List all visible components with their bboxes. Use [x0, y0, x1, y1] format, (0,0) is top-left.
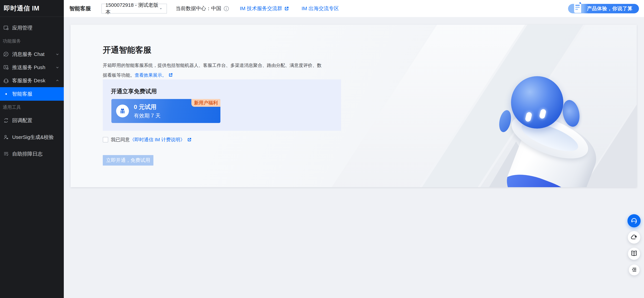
external-link-icon	[187, 137, 192, 142]
sidebar-item-label: 智能客服	[12, 90, 32, 98]
sidebar-section-tools: 通用工具	[0, 101, 64, 114]
headset-icon	[3, 78, 10, 84]
sidebar-item-label: 推送服务 Push	[12, 64, 46, 71]
sidebar-item-label: 自助排障日志	[12, 150, 42, 158]
tech-group-link[interactable]: IM 技术服务交流群	[240, 5, 289, 12]
trial-offer-banner[interactable]: 0 元试用 有效期 7 天 新用户福利	[112, 99, 220, 123]
tech-group-link-label: IM 技术服务交流群	[240, 5, 282, 12]
sidebar-item-label: 应用管理	[12, 24, 32, 32]
sdkappid-select-value: 1500072918 - 测试老版本	[106, 2, 159, 16]
external-link-icon	[284, 6, 289, 11]
free-trial-panel: 开通立享免费试用 0 元试用 有效期 7 天 新用户福利	[103, 79, 341, 131]
info-icon[interactable]	[223, 6, 229, 12]
chevron-down-icon	[55, 65, 60, 70]
dropdown-caret-icon	[159, 7, 163, 11]
new-user-badge: 新用户福利	[192, 99, 220, 107]
usersig-icon	[3, 134, 10, 140]
chat-icon	[3, 51, 10, 57]
feedback-receipt-icon	[572, 2, 582, 14]
chevron-down-icon	[55, 52, 60, 57]
activation-heading: 开通智能客服	[103, 45, 152, 55]
sidebar-item-self-troubleshoot-logs[interactable]: 自助排障日志	[0, 147, 64, 160]
activation-description: 开箱即用的智能客服系统，提供包括智能机器人、客服工作台、多渠道消息聚合、路由分配…	[103, 61, 322, 81]
sdkappid-select[interactable]: 1500072918 - 测试老版本	[102, 4, 167, 14]
sidebar-nav: 应用管理 功能服务 消息服务 Chat	[0, 17, 64, 160]
app-title: 即时通信 IM	[0, 0, 64, 17]
trial-validity-text: 有效期 7 天	[134, 112, 160, 119]
sidebar-item-chat[interactable]: 消息服务 Chat	[0, 48, 64, 61]
feedback-fab-button[interactable]	[629, 264, 640, 275]
agreement-checkbox[interactable]	[103, 137, 108, 142]
page-title: 智能客服	[69, 5, 91, 12]
demo-link[interactable]: 查看效果展示。	[135, 73, 166, 78]
sidebar: 即时通信 IM 应用管理 功能服务	[0, 0, 64, 298]
feedback-pill-button[interactable]: 产品体验，你说了算	[568, 4, 639, 13]
feedback-list-icon	[631, 266, 637, 273]
gift-icon	[116, 105, 129, 117]
support-headset-icon	[630, 217, 638, 225]
agreement-row: 我已同意 《即时通信 IM 计费说明》	[103, 137, 192, 143]
chevron-up-icon	[55, 78, 60, 83]
callback-icon	[3, 117, 10, 124]
console-window: 即时通信 IM 应用管理 功能服务	[0, 0, 644, 298]
datacenter-label: 当前数据中心：中国	[176, 5, 221, 12]
support-fab-button[interactable]	[628, 214, 640, 227]
sidebar-item-label: 消息服务 Chat	[12, 51, 44, 58]
feedback-pill-label: 产品体验，你说了算	[587, 5, 632, 12]
push-icon	[3, 64, 10, 71]
app-management-icon	[3, 25, 10, 31]
datacenter-status: 当前数据中心：中国	[176, 5, 229, 12]
agreement-prefix: 我已同意	[111, 137, 130, 143]
docs-fab-button[interactable]	[628, 248, 640, 260]
bullet-dot-icon	[3, 93, 10, 95]
logs-icon	[3, 151, 10, 157]
sidebar-item-push[interactable]: 推送服务 Push	[0, 61, 64, 74]
sidebar-item-callback-config[interactable]: 回调配置	[0, 114, 64, 127]
billing-doc-link[interactable]: 《即时通信 IM 计费说明》	[130, 137, 185, 143]
trial-panel-title: 开通立享免费试用	[111, 88, 157, 95]
topbar: 智能客服 1500072918 - 测试老版本 当前数据中心：中国 IM 技术服…	[64, 0, 644, 17]
cloud-bell-icon	[630, 233, 638, 241]
activate-trial-button[interactable]: 立即开通，免费试用	[103, 155, 154, 166]
notifications-fab-button[interactable]	[628, 231, 640, 244]
sidebar-item-label: UserSig生成&校验	[12, 133, 54, 141]
activation-card: 开通智能客服 开箱即用的智能客服系统，提供包括智能机器人、客服工作台、多渠道消息…	[70, 25, 637, 187]
sidebar-item-label: 回调配置	[12, 117, 32, 124]
sidebar-item-smart-customer-service[interactable]: 智能客服	[0, 87, 64, 101]
sidebar-item-label: 客服服务 Desk	[12, 77, 46, 84]
sidebar-section-features: 功能服务	[0, 35, 64, 48]
sidebar-item-usersig[interactable]: UserSig生成&校验	[0, 127, 64, 147]
activation-content: 开通智能客服 开箱即用的智能客服系统，提供包括智能机器人、客服工作台、多渠道消息…	[70, 25, 637, 187]
main-area: 开通智能客服 开箱即用的智能客服系统，提供包括智能机器人、客服工作台、多渠道消息…	[64, 17, 644, 298]
overseas-zone-link[interactable]: IM 出海交流专区	[302, 5, 339, 12]
sidebar-item-app-management[interactable]: 应用管理	[0, 21, 64, 35]
docs-book-icon	[630, 250, 638, 258]
trial-offer-text: 0 元试用	[134, 103, 156, 111]
overseas-zone-link-label: IM 出海交流专区	[302, 5, 339, 12]
sidebar-item-desk[interactable]: 客服服务 Desk	[0, 74, 64, 87]
